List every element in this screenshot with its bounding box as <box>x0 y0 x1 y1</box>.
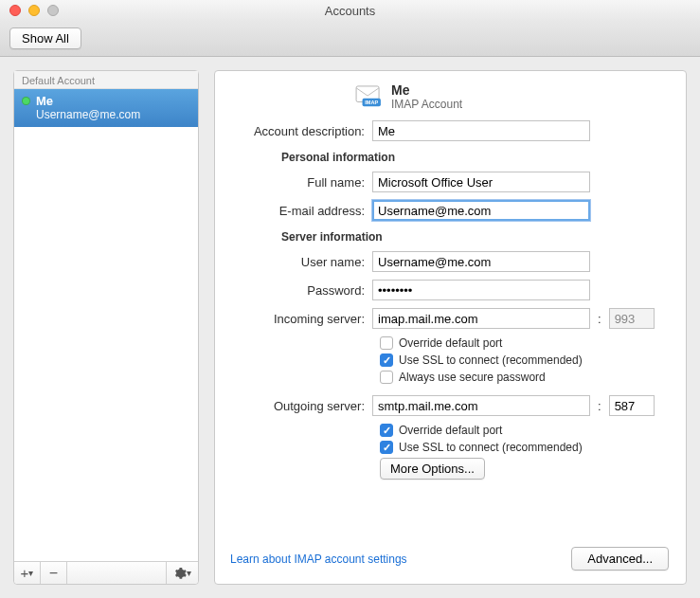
outgoing-port-field[interactable] <box>609 395 655 416</box>
gear-icon[interactable] <box>166 562 198 584</box>
incoming-override-port-checkbox[interactable] <box>380 336 393 350</box>
label-fullname: Full name: <box>223 175 372 190</box>
email-field[interactable] <box>372 200 590 221</box>
label-override-port-out: Override default port <box>399 424 502 437</box>
advanced-button[interactable]: Advanced... <box>571 547 669 571</box>
more-options-button[interactable]: More Options... <box>380 458 485 480</box>
incoming-use-ssl-checkbox[interactable] <box>380 353 393 367</box>
svg-text:IMAP: IMAP <box>365 100 378 105</box>
sidebar-account-row[interactable]: Me Username@me.com <box>14 89 198 127</box>
account-details-panel: IMAP Me IMAP Account Account description… <box>214 70 687 585</box>
label-use-ssl-out: Use SSL to connect (recommended) <box>399 441 583 454</box>
label-use-ssl: Use SSL to connect (recommended) <box>399 353 583 367</box>
colon-separator: : <box>598 312 601 326</box>
user-name-field[interactable] <box>372 251 590 272</box>
show-all-button[interactable]: Show All <box>9 27 81 49</box>
status-online-icon <box>22 97 30 105</box>
sidebar-footer: + − <box>14 561 198 584</box>
label-password: Password: <box>223 283 372 298</box>
incoming-port-field[interactable] <box>609 308 655 329</box>
section-server-info: Server information <box>281 230 669 244</box>
accounts-sidebar: Default Account Me Username@me.com + − <box>13 70 199 585</box>
toolbar: Show All <box>0 21 700 57</box>
add-account-button[interactable]: + <box>14 562 41 584</box>
colon-separator-2: : <box>598 399 601 413</box>
sidebar-header: Default Account <box>14 71 198 89</box>
label-override-port: Override default port <box>399 336 502 350</box>
account-description-field[interactable] <box>372 120 590 141</box>
sidebar-account-email: Username@me.com <box>36 108 140 121</box>
full-name-field[interactable] <box>372 172 590 192</box>
mail-imap-icon: IMAP <box>355 85 382 108</box>
titlebar: Accounts <box>0 0 700 21</box>
label-username: User name: <box>223 255 372 269</box>
remove-account-button[interactable]: − <box>41 562 67 584</box>
sidebar-account-name: Me <box>36 94 140 108</box>
account-type-label: IMAP Account <box>391 98 462 111</box>
learn-imap-link[interactable]: Learn about IMAP account settings <box>230 553 407 566</box>
label-outgoing: Outgoing server: <box>223 399 372 413</box>
label-secure-password: Always use secure password <box>399 371 546 384</box>
label-email: E-mail address: <box>223 204 372 218</box>
account-name-heading: Me <box>391 82 462 98</box>
section-personal-info: Personal information <box>281 151 669 164</box>
incoming-secure-password-checkbox[interactable] <box>380 371 393 384</box>
label-incoming: Incoming server: <box>223 312 372 326</box>
outgoing-use-ssl-checkbox[interactable] <box>380 441 393 454</box>
incoming-server-field[interactable] <box>372 308 590 329</box>
window-title: Accounts <box>0 4 700 18</box>
outgoing-override-port-checkbox[interactable] <box>380 424 393 437</box>
password-field[interactable] <box>372 280 590 300</box>
label-description: Account description: <box>223 124 372 138</box>
outgoing-server-field[interactable] <box>372 395 590 416</box>
